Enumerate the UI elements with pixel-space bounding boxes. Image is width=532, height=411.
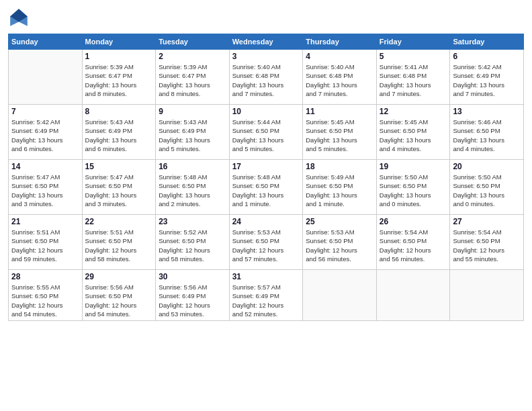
weekday-header-wednesday: Wednesday	[229, 34, 303, 50]
logo	[8, 7, 32, 28]
calendar-cell: 17Sunrise: 5:48 AM Sunset: 6:50 PM Dayli…	[229, 160, 303, 215]
calendar-cell: 13Sunrise: 5:46 AM Sunset: 6:50 PM Dayli…	[450, 105, 524, 160]
day-number: 6	[453, 52, 521, 61]
day-number: 14	[11, 162, 79, 171]
calendar-cell: 24Sunrise: 5:53 AM Sunset: 6:50 PM Dayli…	[229, 215, 303, 270]
day-info: Sunrise: 5:56 AM Sunset: 6:50 PM Dayligh…	[85, 283, 153, 318]
day-number: 24	[232, 217, 300, 226]
day-number: 29	[85, 272, 153, 281]
day-info: Sunrise: 5:43 AM Sunset: 6:49 PM Dayligh…	[85, 118, 153, 153]
weekday-header-tuesday: Tuesday	[156, 34, 230, 50]
calendar-cell: 28Sunrise: 5:55 AM Sunset: 6:50 PM Dayli…	[9, 270, 83, 321]
calendar-cell: 26Sunrise: 5:54 AM Sunset: 6:50 PM Dayli…	[376, 215, 450, 270]
calendar-cell: 12Sunrise: 5:45 AM Sunset: 6:50 PM Dayli…	[376, 105, 450, 160]
day-number: 19	[380, 162, 447, 171]
calendar-cell	[303, 270, 377, 321]
calendar-cell: 29Sunrise: 5:56 AM Sunset: 6:50 PM Dayli…	[82, 270, 156, 321]
day-number: 13	[453, 107, 521, 116]
day-number: 28	[11, 272, 79, 281]
weekday-header-saturday: Saturday	[450, 34, 524, 50]
day-number: 31	[232, 272, 300, 281]
day-number: 23	[159, 217, 226, 226]
weekday-header-friday: Friday	[376, 34, 450, 50]
calendar-cell: 15Sunrise: 5:47 AM Sunset: 6:50 PM Dayli…	[82, 160, 156, 215]
calendar-cell: 16Sunrise: 5:48 AM Sunset: 6:50 PM Dayli…	[156, 160, 230, 215]
day-info: Sunrise: 5:44 AM Sunset: 6:50 PM Dayligh…	[232, 118, 300, 153]
calendar-week-2: 7Sunrise: 5:42 AM Sunset: 6:49 PM Daylig…	[9, 105, 524, 160]
calendar-cell: 23Sunrise: 5:52 AM Sunset: 6:50 PM Dayli…	[156, 215, 230, 270]
day-number: 11	[306, 107, 373, 116]
calendar-body: 1Sunrise: 5:39 AM Sunset: 6:47 PM Daylig…	[9, 50, 524, 321]
day-number: 5	[380, 52, 447, 61]
day-number: 21	[11, 217, 79, 226]
calendar-cell: 14Sunrise: 5:47 AM Sunset: 6:50 PM Dayli…	[9, 160, 83, 215]
day-info: Sunrise: 5:46 AM Sunset: 6:50 PM Dayligh…	[453, 118, 521, 153]
page-header	[8, 7, 524, 28]
day-info: Sunrise: 5:56 AM Sunset: 6:49 PM Dayligh…	[159, 283, 226, 318]
day-info: Sunrise: 5:45 AM Sunset: 6:50 PM Dayligh…	[306, 118, 373, 153]
day-number: 25	[306, 217, 373, 226]
day-info: Sunrise: 5:54 AM Sunset: 6:50 PM Dayligh…	[453, 228, 521, 263]
day-info: Sunrise: 5:42 AM Sunset: 6:49 PM Dayligh…	[453, 62, 521, 98]
day-info: Sunrise: 5:43 AM Sunset: 6:49 PM Dayligh…	[159, 118, 226, 153]
weekday-header-thursday: Thursday	[303, 34, 377, 50]
calendar-cell: 21Sunrise: 5:51 AM Sunset: 6:50 PM Dayli…	[9, 215, 83, 270]
calendar-cell: 25Sunrise: 5:53 AM Sunset: 6:50 PM Dayli…	[303, 215, 377, 270]
calendar-cell: 1Sunrise: 5:39 AM Sunset: 6:47 PM Daylig…	[82, 50, 156, 105]
day-number: 15	[85, 162, 153, 171]
day-info: Sunrise: 5:42 AM Sunset: 6:49 PM Dayligh…	[11, 118, 79, 153]
day-number: 8	[85, 107, 153, 116]
day-number: 16	[159, 162, 226, 171]
day-info: Sunrise: 5:52 AM Sunset: 6:50 PM Dayligh…	[159, 228, 226, 263]
day-info: Sunrise: 5:45 AM Sunset: 6:50 PM Dayligh…	[380, 118, 447, 153]
calendar-week-4: 21Sunrise: 5:51 AM Sunset: 6:50 PM Dayli…	[9, 215, 524, 270]
day-number: 26	[380, 217, 447, 226]
day-info: Sunrise: 5:40 AM Sunset: 6:48 PM Dayligh…	[232, 62, 300, 98]
calendar-table: SundayMondayTuesdayWednesdayThursdayFrid…	[8, 34, 524, 321]
day-info: Sunrise: 5:39 AM Sunset: 6:47 PM Dayligh…	[159, 62, 226, 98]
day-info: Sunrise: 5:48 AM Sunset: 6:50 PM Dayligh…	[159, 173, 226, 208]
logo-icon	[8, 7, 30, 28]
day-info: Sunrise: 5:50 AM Sunset: 6:50 PM Dayligh…	[453, 173, 521, 208]
day-info: Sunrise: 5:40 AM Sunset: 6:48 PM Dayligh…	[306, 62, 373, 98]
day-number: 2	[159, 52, 226, 61]
calendar-cell: 27Sunrise: 5:54 AM Sunset: 6:50 PM Dayli…	[450, 215, 524, 270]
calendar-cell: 11Sunrise: 5:45 AM Sunset: 6:50 PM Dayli…	[303, 105, 377, 160]
day-info: Sunrise: 5:49 AM Sunset: 6:50 PM Dayligh…	[306, 173, 373, 208]
calendar-cell: 7Sunrise: 5:42 AM Sunset: 6:49 PM Daylig…	[9, 105, 83, 160]
day-info: Sunrise: 5:41 AM Sunset: 6:48 PM Dayligh…	[380, 62, 447, 98]
day-info: Sunrise: 5:57 AM Sunset: 6:49 PM Dayligh…	[232, 283, 300, 318]
day-number: 18	[306, 162, 373, 171]
page-container: SundayMondayTuesdayWednesdayThursdayFrid…	[0, 0, 532, 328]
calendar-cell: 6Sunrise: 5:42 AM Sunset: 6:49 PM Daylig…	[450, 50, 524, 105]
weekday-header-monday: Monday	[82, 34, 156, 50]
calendar-cell: 31Sunrise: 5:57 AM Sunset: 6:49 PM Dayli…	[229, 270, 303, 321]
day-info: Sunrise: 5:50 AM Sunset: 6:50 PM Dayligh…	[380, 173, 447, 208]
day-number: 7	[11, 107, 79, 116]
weekday-header-row: SundayMondayTuesdayWednesdayThursdayFrid…	[9, 34, 524, 50]
calendar-cell: 3Sunrise: 5:40 AM Sunset: 6:48 PM Daylig…	[229, 50, 303, 105]
calendar-week-1: 1Sunrise: 5:39 AM Sunset: 6:47 PM Daylig…	[9, 50, 524, 105]
calendar-cell	[450, 270, 524, 321]
day-number: 30	[159, 272, 226, 281]
day-number: 1	[85, 52, 153, 61]
calendar-cell: 9Sunrise: 5:43 AM Sunset: 6:49 PM Daylig…	[156, 105, 230, 160]
day-info: Sunrise: 5:53 AM Sunset: 6:50 PM Dayligh…	[306, 228, 373, 263]
day-info: Sunrise: 5:55 AM Sunset: 6:50 PM Dayligh…	[11, 283, 79, 318]
day-number: 17	[232, 162, 300, 171]
day-number: 27	[453, 217, 521, 226]
calendar-cell: 10Sunrise: 5:44 AM Sunset: 6:50 PM Dayli…	[229, 105, 303, 160]
calendar-week-5: 28Sunrise: 5:55 AM Sunset: 6:50 PM Dayli…	[9, 270, 524, 321]
calendar-cell	[376, 270, 450, 321]
calendar-cell: 22Sunrise: 5:51 AM Sunset: 6:50 PM Dayli…	[82, 215, 156, 270]
calendar-cell: 30Sunrise: 5:56 AM Sunset: 6:49 PM Dayli…	[156, 270, 230, 321]
day-info: Sunrise: 5:39 AM Sunset: 6:47 PM Dayligh…	[85, 62, 153, 98]
calendar-cell: 5Sunrise: 5:41 AM Sunset: 6:48 PM Daylig…	[376, 50, 450, 105]
day-info: Sunrise: 5:53 AM Sunset: 6:50 PM Dayligh…	[232, 228, 300, 263]
day-number: 10	[232, 107, 300, 116]
day-number: 3	[232, 52, 300, 61]
day-number: 22	[85, 217, 153, 226]
calendar-cell: 2Sunrise: 5:39 AM Sunset: 6:47 PM Daylig…	[156, 50, 230, 105]
calendar-cell: 20Sunrise: 5:50 AM Sunset: 6:50 PM Dayli…	[450, 160, 524, 215]
day-number: 9	[159, 107, 226, 116]
